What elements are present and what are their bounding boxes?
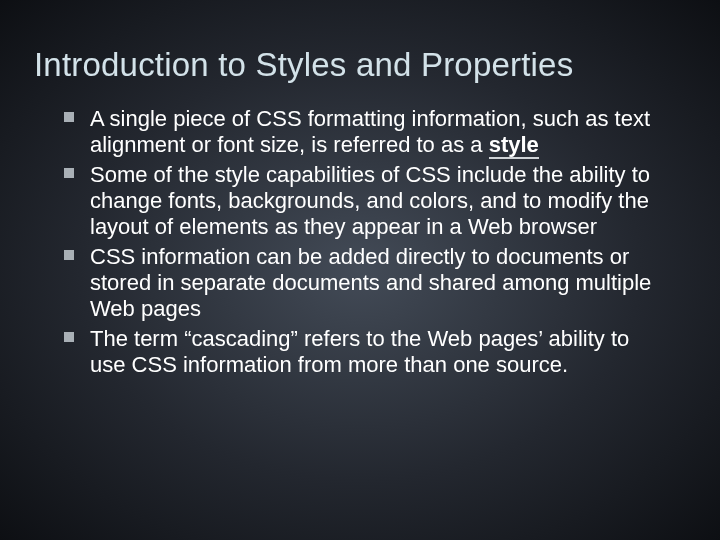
- slide-body: A single piece of CSS formatting informa…: [34, 106, 686, 378]
- square-bullet-icon: [64, 250, 74, 260]
- slide-title: Introduction to Styles and Properties: [34, 46, 686, 84]
- list-item: The term “cascading” refers to the Web p…: [90, 326, 656, 378]
- list-item: CSS information can be added directly to…: [90, 244, 656, 322]
- slide: Introduction to Styles and Properties A …: [0, 0, 720, 540]
- bullet-text-pre: A single piece of CSS formatting informa…: [90, 106, 650, 157]
- square-bullet-icon: [64, 112, 74, 122]
- bullet-text: CSS information can be added directly to…: [90, 244, 651, 321]
- bullet-text: A single piece of CSS formatting informa…: [90, 106, 650, 159]
- square-bullet-icon: [64, 332, 74, 342]
- list-item: A single piece of CSS formatting informa…: [90, 106, 656, 158]
- bullet-text: The term “cascading” refers to the Web p…: [90, 326, 629, 377]
- bullet-term: style: [489, 132, 539, 159]
- bullet-text: Some of the style capabilities of CSS in…: [90, 162, 650, 239]
- square-bullet-icon: [64, 168, 74, 178]
- list-item: Some of the style capabilities of CSS in…: [90, 162, 656, 240]
